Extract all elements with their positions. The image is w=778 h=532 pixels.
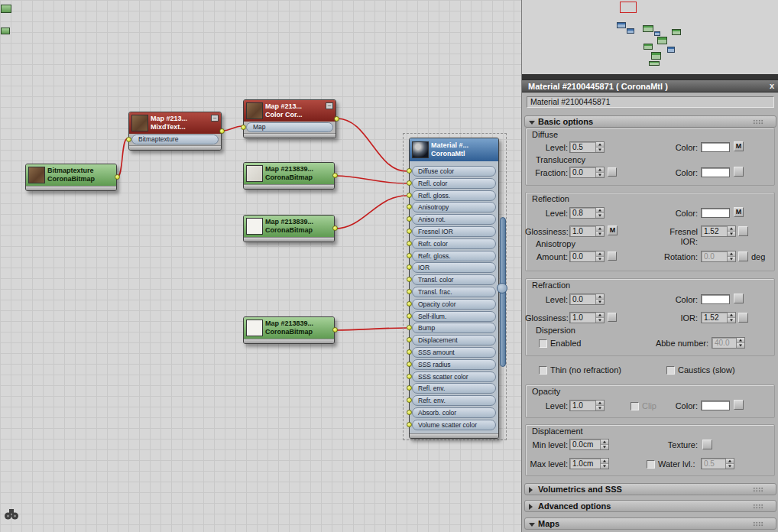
output-socket-icon[interactable]: [334, 116, 339, 122]
refraction-glossiness-spinner[interactable]: 1.0: [569, 312, 605, 323]
input-socket-icon[interactable]: [126, 137, 131, 142]
spinner-up-icon[interactable]: [596, 294, 604, 300]
input-socket-icon[interactable]: [407, 301, 412, 307]
node-header[interactable]: Map #213...Color Cor... –: [244, 100, 336, 122]
node-colorcorrect[interactable]: Map #213...Color Cor... – Map: [243, 99, 336, 138]
input-socket-icon[interactable]: [407, 313, 412, 319]
input-socket-icon[interactable]: [407, 349, 412, 355]
opacity-level-spinner[interactable]: 1.0: [569, 400, 605, 411]
material-input-slot[interactable]: Refr. color: [412, 238, 496, 249]
material-input-slot[interactable]: Refr. gloss.: [412, 251, 496, 261]
input-socket-icon[interactable]: [407, 422, 412, 427]
material-titlebar[interactable]: Material #2100445871 ( CoronaMtl ) x: [522, 79, 778, 92]
refraction-color-map-button[interactable]: [734, 294, 744, 303]
material-input-slot[interactable]: Anisotropy: [412, 202, 496, 212]
input-socket-icon[interactable]: [407, 216, 412, 222]
node-header[interactable]: Map #213839...CoronaBitmap: [244, 216, 334, 237]
output-socket-icon[interactable]: [219, 128, 225, 134]
material-input-slot[interactable]: Refl. gloss.: [412, 190, 496, 201]
material-input-slot[interactable]: Aniso rot.: [412, 214, 496, 225]
spinner-down-icon[interactable]: [596, 173, 604, 177]
spinner-down-icon[interactable]: [728, 257, 735, 261]
input-slot[interactable]: Bitmaptexture: [131, 135, 219, 144]
enabled-checkbox[interactable]: [539, 339, 547, 348]
spinner-down-icon[interactable]: [596, 406, 604, 410]
spinner-up-icon[interactable]: [596, 142, 604, 148]
fraction-spinner[interactable]: 0.0: [569, 167, 605, 178]
glossiness-map-button[interactable]: M: [608, 225, 618, 235]
texture-map-button[interactable]: [702, 440, 712, 449]
glossiness-spinner[interactable]: 1.0: [569, 225, 605, 237]
input-socket-icon[interactable]: [407, 193, 412, 198]
close-icon[interactable]: x: [770, 81, 774, 90]
spinner-up-icon[interactable]: [728, 226, 735, 232]
spinner-up-icon[interactable]: [596, 167, 604, 173]
node-bitmaptexture[interactable]: BitmaptextureCoronaBitmap: [25, 164, 117, 191]
spinner-down-icon[interactable]: [737, 343, 744, 348]
translucency-color-swatch[interactable]: [701, 167, 730, 177]
spinner-up-icon[interactable]: [726, 459, 734, 464]
spinner-down-icon[interactable]: [596, 148, 604, 152]
opacity-color-map-button[interactable]: [734, 400, 744, 410]
ior-spinner[interactable]: 1.52: [701, 312, 736, 323]
input-socket-icon[interactable]: [407, 325, 412, 330]
spinner-up-icon[interactable]: [596, 401, 604, 406]
binoculars-icon[interactable]: [4, 508, 19, 521]
input-socket-icon[interactable]: [407, 229, 412, 234]
water-level-checkbox[interactable]: [647, 460, 655, 469]
input-socket-icon[interactable]: [407, 385, 412, 391]
spinner-down-icon[interactable]: [596, 213, 604, 218]
diffuse-color-swatch[interactable]: [701, 142, 730, 152]
minimized-node[interactable]: [1, 28, 10, 34]
spinner-down-icon[interactable]: [596, 300, 604, 304]
translucency-color-map-button[interactable]: [734, 167, 744, 177]
input-socket-icon[interactable]: [407, 277, 412, 282]
material-input-slot[interactable]: Refl. color: [412, 178, 496, 189]
input-socket-icon[interactable]: [407, 410, 412, 415]
input-socket-icon[interactable]: [407, 241, 412, 246]
input-socket-icon[interactable]: [407, 397, 412, 403]
node-header[interactable]: Map #213...MixdText... –: [129, 112, 221, 134]
spinner-down-icon[interactable]: [596, 257, 604, 261]
minimized-node[interactable]: [1, 5, 11, 13]
material-input-slot[interactable]: Diffuse color: [412, 166, 496, 177]
node-coronabitmap-4[interactable]: Map #213839...CoronaBitmap: [243, 316, 335, 344]
output-socket-icon[interactable]: [332, 173, 338, 178]
ior-map-button[interactable]: [738, 313, 748, 323]
spinner-down-icon[interactable]: [596, 232, 604, 236]
rollout-maps[interactable]: Maps: [524, 517, 776, 530]
min-level-spinner[interactable]: 0.0cm: [569, 439, 609, 450]
material-input-slot[interactable]: Refl. env.: [412, 383, 496, 394]
node-mixdtext[interactable]: Map #213...MixdText... – Bitmaptexture: [128, 112, 222, 151]
rotation-spinner[interactable]: 0.0: [701, 251, 736, 262]
input-socket-icon[interactable]: [407, 204, 412, 209]
spinner-up-icon[interactable]: [737, 338, 744, 343]
spinner-up-icon[interactable]: [596, 226, 604, 232]
spinner-down-icon[interactable]: [728, 318, 735, 323]
spinner-down-icon[interactable]: [601, 464, 608, 469]
diffuse-color-map-button[interactable]: M: [734, 141, 744, 151]
spinner-up-icon[interactable]: [596, 313, 604, 318]
reflection-level-spinner[interactable]: 0.8: [569, 207, 605, 219]
node-header[interactable]: Map #213839...CoronaBitmap: [244, 163, 334, 184]
input-socket-icon[interactable]: [241, 125, 246, 130]
spinner-down-icon[interactable]: [726, 464, 734, 469]
refraction-glossiness-map-button[interactable]: [608, 313, 617, 322]
caustics-checkbox[interactable]: [666, 366, 675, 375]
material-input-slot[interactable]: Self-illum.: [412, 311, 496, 322]
amount-spinner[interactable]: 0.0: [569, 251, 605, 262]
fresnel-ior-map-button[interactable]: [738, 226, 748, 236]
clip-checkbox[interactable]: [631, 402, 639, 410]
navigator-view-rect[interactable]: [620, 2, 637, 13]
node-editor-canvas[interactable]: BitmaptextureCoronaBitmap Map #213...Mix…: [0, 0, 521, 532]
spinner-up-icon[interactable]: [728, 313, 735, 318]
node-header[interactable]: Map #213839...CoronaBitmap: [244, 317, 334, 339]
input-socket-icon[interactable]: [407, 337, 412, 342]
material-input-slot[interactable]: Displacement: [412, 335, 496, 345]
node-header[interactable]: Material #...CoronaMtl: [410, 138, 498, 161]
input-socket-icon[interactable]: [407, 264, 412, 270]
max-level-spinner[interactable]: 1.0cm: [569, 458, 609, 469]
rotation-map-button[interactable]: [738, 251, 748, 261]
material-input-slot[interactable]: Transl. frac.: [412, 287, 496, 297]
reflection-color-swatch[interactable]: [701, 208, 730, 218]
